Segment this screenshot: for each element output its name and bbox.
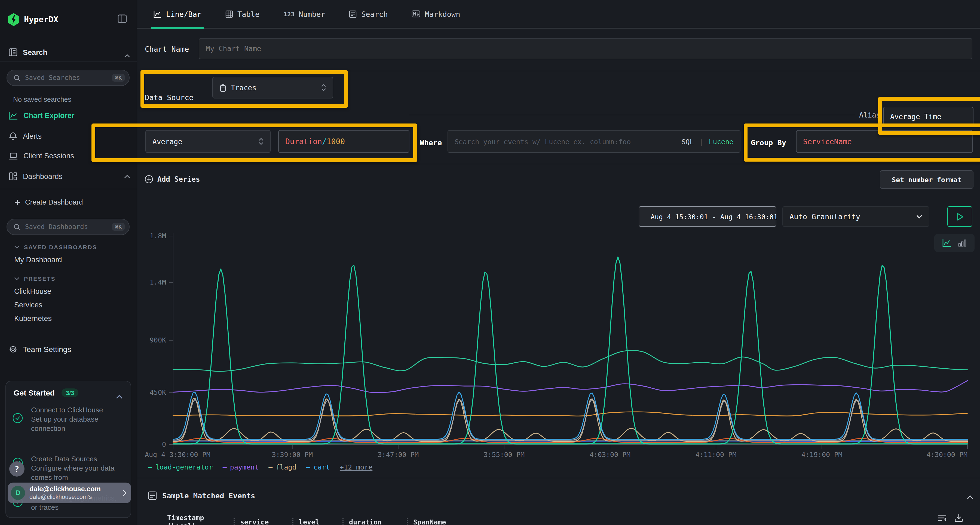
series-line-payment <box>173 381 967 393</box>
laptop-icon <box>9 152 18 160</box>
wrap-lines-icon[interactable] <box>937 514 947 522</box>
chevron-up-icon[interactable] <box>116 391 123 401</box>
chevron-down-icon <box>14 277 20 280</box>
sidebar-section-search[interactable]: Search <box>9 48 48 57</box>
sidebar-group-label: PRESETS <box>24 275 56 282</box>
team-settings-label: Team Settings <box>23 345 71 354</box>
sidebar-item-label: Alerts <box>23 132 41 140</box>
download-icon[interactable] <box>955 514 963 522</box>
x-axis-tick-label: 4:11:00 PM <box>695 451 737 458</box>
sidebar-link-kubernetes[interactable]: Kubernetes <box>14 314 52 323</box>
help-button[interactable]: ? <box>9 462 24 477</box>
y-axis-tick-label: 0 <box>162 440 166 448</box>
x-axis-tick-label: 4:30:00 PM <box>926 451 967 458</box>
column-header-level[interactable]: level <box>299 518 337 525</box>
legend-label: load-generator <box>156 463 213 471</box>
events-collapse-icon[interactable] <box>967 491 974 501</box>
legend-label: flagd <box>276 463 296 471</box>
legend-item-load-generator[interactable]: —load-generator <box>148 463 213 471</box>
column-header-service[interactable]: service <box>240 518 287 525</box>
sidebar-item-team-settings[interactable]: Team Settings <box>9 345 71 354</box>
sidebar: HyperDX Search Saved Searches ⌘K No save… <box>0 0 137 525</box>
chevron-up-icon <box>124 174 130 178</box>
series-line-unlabeled-orange <box>173 412 967 416</box>
hyperdx-logo-icon <box>8 13 20 28</box>
sidebar-item-client-sessions[interactable]: Client Sessions <box>9 152 129 160</box>
app-root: HyperDX Search Saved Searches ⌘K No save… <box>0 0 980 525</box>
chevron-right-icon <box>123 490 127 496</box>
search-section-label: Search <box>23 48 48 56</box>
sidebar-group-saved-dashboards[interactable]: SAVED DASHBOARDS <box>14 244 97 250</box>
events-list-icon <box>148 491 157 500</box>
avatar: D <box>11 486 25 500</box>
x-axis-tick-label: Aug 4 3:30:00 PM <box>145 451 210 458</box>
column-header-spanname[interactable]: SpanName <box>413 518 479 525</box>
legend-label: cart <box>313 463 330 471</box>
user-subtitle: dale@clickhouse.com's <box>29 493 123 500</box>
sidebar-item-dashboards[interactable]: Dashboards <box>9 172 129 181</box>
legend-item-cart[interactable]: —cart <box>306 463 330 471</box>
sidebar-item-alerts[interactable]: Alerts <box>9 132 129 141</box>
saved-dashboards-placeholder: Saved Dashboards <box>25 223 113 231</box>
events-title: Sample Matched Events <box>162 491 255 500</box>
legend-item-flagd[interactable]: —flagd <box>269 463 296 471</box>
line-chart-icon <box>9 111 18 120</box>
no-saved-searches-text: No saved searches <box>13 96 71 103</box>
y-axis-tick-label: 1.8M <box>150 232 166 240</box>
saved-dashboards-input[interactable]: Saved Dashboards ⌘K <box>6 219 130 235</box>
sidebar-item-label: Chart Explorer <box>24 111 75 120</box>
legend-swatch: — <box>306 463 310 471</box>
user-menu[interactable]: D dale@clickhouse.com dale@clickhouse.co… <box>8 482 131 503</box>
chevron-up-icon[interactable] <box>124 49 130 60</box>
sidebar-item-label: Dashboards <box>23 172 63 180</box>
get-started-title: Get Started <box>14 389 55 397</box>
shortcut-badge: ⌘K <box>113 74 125 82</box>
sidebar-group-presets[interactable]: PRESETS <box>14 275 56 282</box>
column-resize-handle[interactable] <box>234 518 235 525</box>
x-axis-tick-label: 3:55:00 PM <box>484 451 525 458</box>
sidebar-link-services[interactable]: Services <box>14 301 43 309</box>
bell-icon <box>9 132 18 141</box>
check-circle-icon <box>13 413 23 425</box>
events-table-header: Timestamp (Local)serviceleveldurationSpa… <box>167 514 479 525</box>
chevron-down-icon <box>14 245 20 249</box>
get-started-item-title: Connect to ClickHouse <box>31 405 119 414</box>
sidebar-link-clickhouse[interactable]: ClickHouse <box>14 287 51 295</box>
sidebar-item-label: Client Sessions <box>24 152 74 160</box>
sidebar-group-label: SAVED DASHBOARDS <box>24 244 97 250</box>
create-dashboard-label: Create Dashboard <box>25 198 83 206</box>
legend-item-payment[interactable]: —payment <box>223 463 259 471</box>
get-started-badge: 3/3 <box>62 389 79 397</box>
legend-label: payment <box>230 463 259 471</box>
chart-legend: —load-generator—payment—flagd—cart+12 mo… <box>148 462 372 472</box>
sidebar-collapse-icon[interactable] <box>118 14 127 25</box>
saved-searches-input[interactable]: Saved Searches ⌘K <box>6 70 130 86</box>
search-section-icon <box>9 48 18 57</box>
saved-searches-placeholder: Saved Searches <box>25 74 113 82</box>
x-axis-tick-label: 4:03:00 PM <box>590 451 631 458</box>
gear-icon <box>9 345 18 354</box>
dashboard-icon <box>9 172 18 181</box>
get-started-item[interactable]: Connect to ClickHouseSet up your databas… <box>6 405 129 433</box>
x-axis-tick-label: 3:47:00 PM <box>378 451 419 458</box>
legend-more-link[interactable]: +12 more <box>340 463 372 471</box>
y-axis-tick-label: 1.4M <box>150 278 166 286</box>
column-resize-handle[interactable] <box>342 518 344 525</box>
search-icon <box>14 74 21 81</box>
column-header-timestamp-local-[interactable]: Timestamp (Local) <box>167 514 228 525</box>
column-resize-handle[interactable] <box>293 518 293 525</box>
column-header-duration[interactable]: duration <box>349 518 401 525</box>
search-icon <box>14 223 21 230</box>
sidebar-link-my-dashboard[interactable]: My Dashboard <box>14 256 62 264</box>
x-axis-tick-label: 3:39:00 PM <box>272 451 313 458</box>
legend-swatch: — <box>148 463 152 471</box>
sidebar-item-chart-explorer[interactable]: Chart Explorer <box>9 111 129 120</box>
timeseries-chart[interactable]: 0450K900K1.4M1.8MAug 4 3:30:00 PM3:39:00… <box>137 0 980 525</box>
plus-icon <box>14 199 21 205</box>
get-started-item-desc: Configure where your data comes from <box>31 463 119 482</box>
logo-text: HyperDX <box>24 15 58 24</box>
y-axis-tick-label: 450K <box>150 389 166 397</box>
column-resize-handle[interactable] <box>407 518 408 525</box>
y-axis-tick-label: 900K <box>150 336 166 344</box>
create-dashboard-button[interactable]: Create Dashboard <box>14 198 83 206</box>
